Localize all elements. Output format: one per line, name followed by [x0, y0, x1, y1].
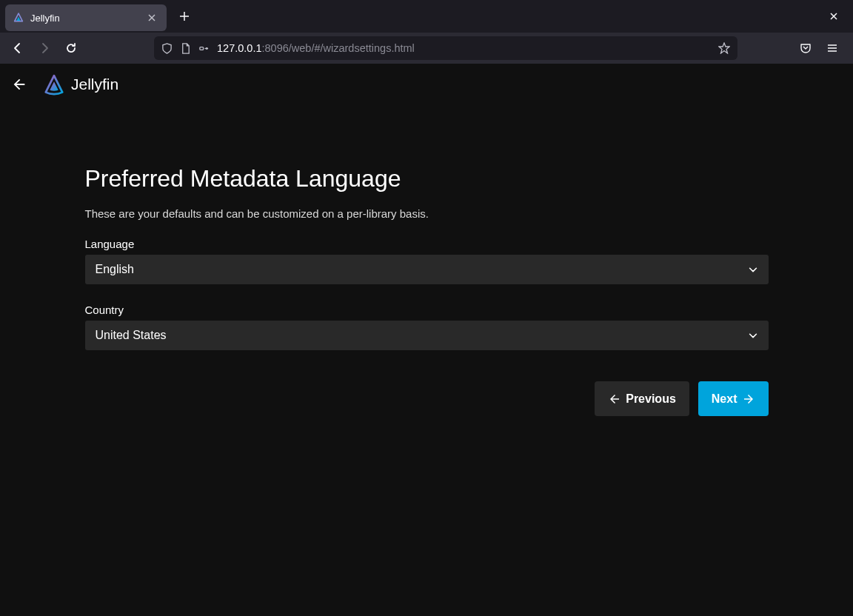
bookmark-star-icon[interactable]	[718, 42, 730, 54]
new-tab-button[interactable]	[173, 4, 196, 28]
window-close-icon[interactable]	[823, 6, 844, 27]
browser-tab[interactable]: Jellyfin	[5, 4, 167, 31]
app-logo-text: Jellyfin	[71, 76, 118, 93]
nav-bar: 127.0.0.1:8096/web/#/wizardsettings.html	[0, 33, 853, 64]
app-back-button[interactable]	[9, 74, 30, 95]
close-tab-icon[interactable]	[144, 10, 159, 25]
language-field: Language English	[85, 238, 769, 284]
url-bar[interactable]: 127.0.0.1:8096/web/#/wizardsettings.html	[154, 36, 737, 60]
arrow-left-icon	[608, 392, 621, 406]
country-label: Country	[85, 304, 769, 316]
chevron-down-icon	[748, 330, 758, 341]
button-row: Previous Next	[85, 381, 769, 416]
reload-button[interactable]	[59, 36, 83, 60]
shield-icon[interactable]	[161, 43, 173, 54]
tab-title: Jellyfin	[30, 13, 144, 24]
svg-point-1	[206, 47, 208, 50]
forward-button	[33, 36, 56, 60]
permission-icon[interactable]	[198, 43, 210, 54]
hamburger-menu-button[interactable]	[820, 36, 844, 60]
browser-chrome: Jellyfin	[0, 0, 853, 64]
document-icon[interactable]	[180, 43, 191, 54]
url-security-icons	[161, 43, 210, 54]
chevron-down-icon	[748, 264, 758, 275]
previous-button[interactable]: Previous	[595, 381, 689, 416]
page-title: Preferred Metadata Language	[85, 165, 769, 192]
jellyfin-favicon	[13, 12, 24, 24]
svg-rect-0	[200, 47, 204, 50]
country-select[interactable]: United States	[85, 321, 769, 350]
language-label: Language	[85, 238, 769, 250]
jellyfin-logo-icon	[43, 73, 65, 96]
page-content: Preferred Metadata Language These are yo…	[0, 106, 853, 616]
app-header: Jellyfin	[0, 64, 853, 106]
tab-bar: Jellyfin	[0, 0, 853, 33]
pocket-button[interactable]	[794, 36, 817, 60]
language-select[interactable]: English	[85, 255, 769, 284]
language-value: English	[85, 263, 769, 276]
app-logo[interactable]: Jellyfin	[43, 73, 118, 96]
country-field: Country United States	[85, 304, 769, 350]
arrow-right-icon	[742, 392, 755, 406]
url-text: 127.0.0.1:8096/web/#/wizardsettings.html	[217, 42, 711, 54]
country-value: United States	[85, 329, 769, 342]
page-description: These are your defaults and can be custo…	[85, 207, 769, 220]
next-button[interactable]: Next	[698, 381, 769, 416]
back-button[interactable]	[6, 36, 30, 60]
wizard-form: Preferred Metadata Language These are yo…	[85, 165, 769, 416]
